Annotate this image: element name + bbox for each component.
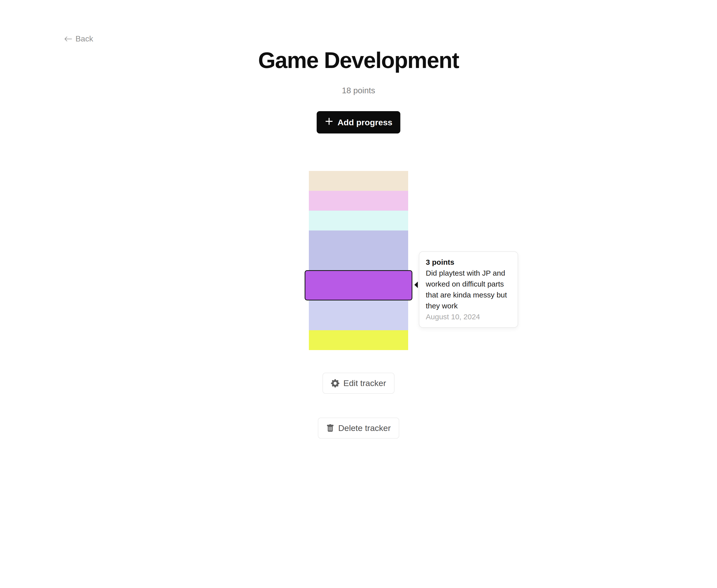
plus-icon [325, 117, 333, 128]
tracker-detail-page: Back Game Development 18 points Add prog… [0, 0, 717, 588]
bar-segment[interactable] [309, 230, 408, 270]
delete-tracker-label: Delete tracker [338, 423, 391, 433]
tooltip-description: Did playtest with JP and worked on diffi… [426, 268, 511, 311]
add-progress-button[interactable]: Add progress [316, 111, 400, 133]
edit-tracker-label: Edit tracker [343, 378, 386, 388]
bar-segment[interactable] [309, 171, 408, 191]
bar-segment-selected[interactable] [305, 270, 412, 300]
entry-tooltip: 3 points Did playtest with JP and worked… [419, 251, 518, 328]
bar-segment[interactable] [309, 191, 408, 211]
tooltip-arrow-icon [414, 281, 418, 288]
edit-tracker-button[interactable]: Edit tracker [323, 373, 394, 394]
progress-stacked-bar [305, 171, 412, 350]
bar-segment[interactable] [309, 300, 408, 330]
trash-icon [326, 424, 334, 432]
back-label: Back [76, 34, 93, 43]
delete-tracker-button[interactable]: Delete tracker [318, 418, 399, 439]
page-title: Game Development [0, 48, 717, 73]
add-progress-label: Add progress [337, 118, 392, 127]
bar-segment[interactable] [309, 330, 408, 350]
back-arrow-icon [64, 35, 73, 43]
back-link[interactable]: Back [64, 34, 93, 43]
gear-icon [331, 379, 340, 387]
tooltip-date: August 10, 2024 [426, 311, 511, 322]
tooltip-points: 3 points [426, 257, 511, 268]
bar-segment[interactable] [309, 211, 408, 230]
total-points-label: 18 points [0, 86, 717, 95]
